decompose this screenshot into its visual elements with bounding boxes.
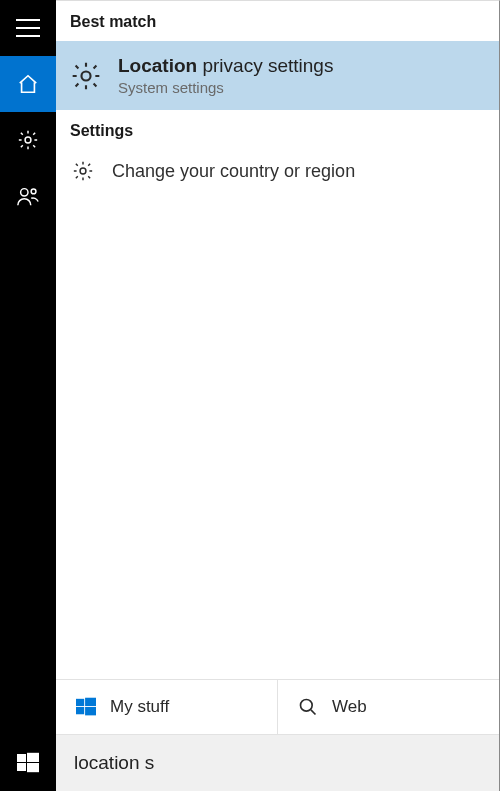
best-result-subtitle: System settings	[118, 79, 333, 96]
search-input[interactable]	[74, 752, 481, 774]
filter-web[interactable]: Web	[277, 680, 499, 734]
start-sidebar	[0, 0, 56, 791]
gear-icon	[70, 60, 102, 92]
best-match-header: Best match	[56, 1, 499, 41]
sidebar-settings-button[interactable]	[0, 112, 56, 168]
settings-result-label: Change your country or region	[112, 161, 355, 182]
svg-rect-5	[17, 763, 26, 771]
windows-start-button[interactable]	[0, 735, 56, 791]
svg-rect-3	[17, 754, 26, 762]
hamburger-icon	[16, 19, 40, 37]
people-icon	[16, 185, 40, 207]
settings-header: Settings	[56, 110, 499, 150]
svg-rect-6	[27, 763, 39, 772]
svg-point-2	[31, 189, 36, 194]
filter-mystuff[interactable]: My stuff	[56, 680, 277, 734]
filter-web-label: Web	[332, 697, 367, 717]
gear-icon	[17, 129, 39, 151]
svg-rect-12	[85, 707, 96, 715]
search-panel: Best match Location privacy settings Sys…	[56, 0, 500, 791]
search-icon	[298, 697, 318, 717]
svg-rect-4	[27, 753, 39, 762]
gear-icon	[70, 160, 96, 182]
results-area: Best match Location privacy settings Sys…	[56, 1, 499, 679]
sidebar-home-button[interactable]	[0, 56, 56, 112]
svg-point-7	[81, 71, 90, 80]
sidebar-people-button[interactable]	[0, 168, 56, 224]
windows-color-icon	[76, 697, 96, 717]
search-box	[56, 735, 499, 791]
svg-point-13	[301, 700, 313, 712]
best-match-result[interactable]: Location privacy settings System setting…	[56, 41, 499, 110]
svg-point-1	[21, 189, 28, 196]
filter-row: My stuff Web	[56, 679, 499, 735]
sidebar-menu-button[interactable]	[0, 0, 56, 56]
svg-point-0	[25, 137, 31, 143]
home-icon	[17, 73, 39, 95]
svg-rect-11	[76, 707, 84, 714]
svg-rect-9	[76, 699, 84, 706]
svg-rect-10	[85, 698, 96, 706]
filter-mystuff-label: My stuff	[110, 697, 169, 717]
settings-result-item[interactable]: Change your country or region	[56, 150, 499, 192]
svg-point-8	[80, 168, 86, 174]
windows-logo-icon	[17, 752, 39, 774]
best-result-title: Location privacy settings	[118, 55, 333, 77]
